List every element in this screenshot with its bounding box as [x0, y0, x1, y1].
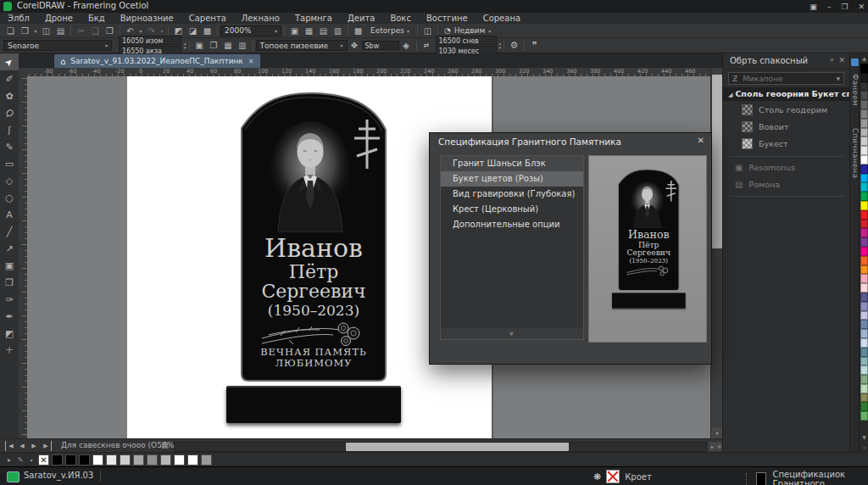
open-icon[interactable]: ❐: [18, 25, 32, 36]
palette-flyout-button[interactable]: »: [860, 443, 868, 452]
scroll-down-button[interactable]: ▾: [711, 427, 723, 438]
save-icon[interactable]: ◫: [39, 25, 53, 36]
separator[interactable]: [345, 25, 351, 36]
paint-tool[interactable]: ✑: [0, 291, 19, 308]
menu-item[interactable]: Элбл: [0, 13, 37, 24]
close-tab-icon[interactable]: ✕: [248, 58, 254, 65]
palette-handle-icon[interactable]: ▸: [5, 456, 14, 464]
menu-item[interactable]: Сарента: [181, 13, 234, 24]
ellipse-tool[interactable]: ○: [0, 189, 19, 206]
new-document-icon[interactable]: ❏: [3, 25, 18, 36]
smart-drawing-tool[interactable]: ✿: [0, 87, 19, 104]
page-frame-icon[interactable]: ▣: [192, 40, 207, 52]
vertical-scrollbar[interactable]: ▾: [710, 68, 723, 438]
menu-item[interactable]: Дроне: [37, 13, 81, 24]
separator[interactable]: [281, 25, 287, 36]
next-page-button[interactable]: ▶: [29, 441, 39, 451]
specification-option[interactable]: Вид гравировки (Глубокая): [441, 187, 583, 202]
separator[interactable]: [165, 25, 171, 36]
pick-tool[interactable]: ➤: [0, 53, 19, 70]
home-icon[interactable]: ⌂: [60, 57, 65, 66]
palette-color-swatch[interactable]: [860, 91, 868, 100]
color-swatch[interactable]: [92, 454, 103, 465]
size-width-field[interactable]: 16500 снев: [436, 36, 497, 45]
line-tool[interactable]: ╱: [0, 223, 19, 240]
docker-search-box[interactable]: Ƶ ▼: [728, 72, 844, 85]
outline-none-swatch[interactable]: [606, 470, 620, 483]
specification-option[interactable]: Крест (Церковный): [441, 202, 583, 217]
color-swatch[interactable]: [160, 454, 171, 465]
dimension-tool[interactable]: ↗: [0, 240, 19, 257]
search-input[interactable]: [741, 74, 832, 84]
palette-color-swatch[interactable]: [860, 247, 868, 256]
undo-chevron-icon[interactable]: ▾: [137, 25, 144, 36]
palette-color-swatch[interactable]: [860, 329, 868, 338]
palette-color-swatch[interactable]: [860, 274, 868, 283]
palette-color-swatch[interactable]: [860, 192, 868, 201]
show-rulers-icon[interactable]: ▦: [302, 25, 316, 36]
redo-chevron-icon[interactable]: ▾: [159, 25, 165, 36]
interactive-fill-tool[interactable]: ◩: [0, 325, 19, 342]
palette-color-swatch[interactable]: [860, 411, 868, 421]
horizontal-scrollbar-thumb[interactable]: [346, 443, 569, 451]
last-page-button[interactable]: ▶: [41, 441, 52, 451]
fill-color-swatch[interactable]: [756, 472, 766, 485]
color-swatch[interactable]: [147, 454, 158, 465]
palette-color-swatch[interactable]: [860, 155, 868, 164]
snap-to-grid-icon[interactable]: ▦: [221, 40, 236, 52]
palette-color-swatch[interactable]: [860, 265, 868, 275]
palette-color-swatch[interactable]: [860, 311, 868, 321]
separator[interactable]: [117, 25, 123, 36]
palette-color-swatch[interactable]: [860, 210, 868, 220]
palette-color-swatch[interactable]: [860, 109, 868, 119]
palette-color-swatch[interactable]: [860, 100, 868, 109]
window-widget-icon[interactable]: ▣: [810, 3, 817, 11]
polygon-tool[interactable]: ◇: [0, 172, 19, 189]
docker-tree-item[interactable]: Вовоит: [723, 118, 849, 135]
palette-color-swatch[interactable]: [860, 137, 868, 146]
palette-color-swatch[interactable]: [860, 256, 868, 265]
docker-more-icon[interactable]: »: [830, 56, 834, 64]
color-swatch[interactable]: [79, 454, 90, 465]
palette-color-swatch[interactable]: [860, 283, 868, 293]
add-tool-button[interactable]: +: [0, 342, 19, 359]
color-swatch[interactable]: [174, 454, 185, 465]
position-x-field[interactable]: 16050 изом: [119, 36, 181, 45]
style-field[interactable]: Sbw: [362, 41, 399, 50]
fullscreen-preview-icon[interactable]: ▣: [287, 25, 302, 36]
cut-icon[interactable]: ✂: [74, 25, 88, 36]
palette-color-swatch[interactable]: [860, 73, 868, 82]
eyedropper-icon[interactable]: ✎: [16, 456, 25, 464]
zoom-level-combo[interactable]: 2000% ▾: [220, 25, 281, 36]
prev-page-button[interactable]: ◀: [17, 441, 27, 451]
export-icon[interactable]: ◪: [186, 25, 200, 36]
palette-color-swatch[interactable]: [860, 220, 868, 229]
color-swatch[interactable]: [106, 454, 117, 465]
print-icon[interactable]: ▤: [53, 25, 68, 36]
preset-combo[interactable]: Senaroe ▾: [3, 40, 112, 51]
palette-color-swatch[interactable]: [860, 146, 868, 155]
redo-icon[interactable]: ↷: [144, 25, 159, 36]
artistic-media-tool[interactable]: ✎: [0, 138, 19, 155]
horizontal-scrollbar[interactable]: [174, 442, 707, 452]
palette-color-swatch[interactable]: [860, 402, 868, 411]
palette-color-swatch[interactable]: [860, 128, 868, 137]
color-swatch[interactable]: [38, 454, 49, 465]
pan-zoom-button[interactable]: ✛: [716, 442, 722, 451]
palette-color-swatch[interactable]: [860, 164, 868, 174]
list-scroll-down-button[interactable]: «: [440, 328, 584, 340]
menu-item[interactable]: Сореана: [476, 13, 528, 24]
palette-color-swatch[interactable]: [860, 119, 868, 128]
shape-tool[interactable]: ✐: [0, 70, 19, 87]
menu-item[interactable]: Вокс: [382, 13, 419, 24]
outline-width-icon[interactable]: ◈: [399, 40, 414, 52]
text-tool[interactable]: A: [0, 206, 19, 223]
monument-artwork[interactable]: Иванов Пётр Сергеевич (1950–2023): [226, 89, 401, 421]
welcome-dropdown[interactable]: ◔ Недвим ▾: [444, 26, 491, 35]
palette-color-swatch[interactable]: [860, 375, 868, 384]
menu-item[interactable]: Вирноазние: [113, 13, 181, 24]
palette-color-swatch[interactable]: [860, 320, 868, 329]
palette-color-swatch[interactable]: [860, 201, 868, 210]
rectangle-tool[interactable]: ▭: [0, 155, 19, 172]
launcher-icon[interactable]: ◫: [420, 25, 435, 36]
